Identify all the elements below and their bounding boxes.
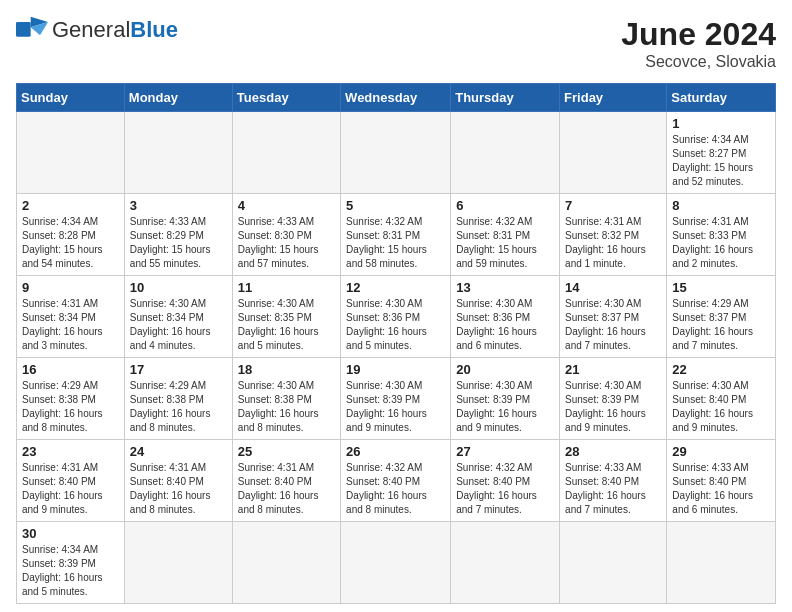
svg-rect-0 <box>16 22 31 37</box>
calendar-day-cell <box>451 112 560 194</box>
logo: GeneralBlue <box>16 16 178 44</box>
general-blue-icon <box>16 16 48 44</box>
calendar-day-cell: 20Sunrise: 4:30 AM Sunset: 8:39 PM Dayli… <box>451 358 560 440</box>
day-info: Sunrise: 4:30 AM Sunset: 8:35 PM Dayligh… <box>238 297 335 353</box>
day-number: 12 <box>346 280 445 295</box>
calendar-day-cell: 14Sunrise: 4:30 AM Sunset: 8:37 PM Dayli… <box>560 276 667 358</box>
calendar-day-cell <box>124 522 232 604</box>
day-number: 28 <box>565 444 661 459</box>
day-info: Sunrise: 4:31 AM Sunset: 8:40 PM Dayligh… <box>22 461 119 517</box>
calendar-day-cell: 19Sunrise: 4:30 AM Sunset: 8:39 PM Dayli… <box>341 358 451 440</box>
calendar-day-cell: 30Sunrise: 4:34 AM Sunset: 8:39 PM Dayli… <box>17 522 125 604</box>
calendar-day-cell <box>232 112 340 194</box>
day-of-week-header: Friday <box>560 84 667 112</box>
day-of-week-header: Sunday <box>17 84 125 112</box>
day-info: Sunrise: 4:29 AM Sunset: 8:38 PM Dayligh… <box>22 379 119 435</box>
calendar-day-cell <box>17 112 125 194</box>
calendar-day-cell <box>341 112 451 194</box>
day-info: Sunrise: 4:32 AM Sunset: 8:31 PM Dayligh… <box>456 215 554 271</box>
month-year-title: June 2024 <box>621 16 776 53</box>
calendar-day-cell <box>667 522 776 604</box>
day-of-week-header: Saturday <box>667 84 776 112</box>
calendar-day-cell: 15Sunrise: 4:29 AM Sunset: 8:37 PM Dayli… <box>667 276 776 358</box>
calendar-day-cell: 11Sunrise: 4:30 AM Sunset: 8:35 PM Dayli… <box>232 276 340 358</box>
day-info: Sunrise: 4:31 AM Sunset: 8:40 PM Dayligh… <box>130 461 227 517</box>
calendar-week-row: 16Sunrise: 4:29 AM Sunset: 8:38 PM Dayli… <box>17 358 776 440</box>
day-info: Sunrise: 4:32 AM Sunset: 8:40 PM Dayligh… <box>346 461 445 517</box>
calendar-day-cell <box>124 112 232 194</box>
calendar-day-cell: 8Sunrise: 4:31 AM Sunset: 8:33 PM Daylig… <box>667 194 776 276</box>
calendar-day-cell: 23Sunrise: 4:31 AM Sunset: 8:40 PM Dayli… <box>17 440 125 522</box>
day-info: Sunrise: 4:30 AM Sunset: 8:34 PM Dayligh… <box>130 297 227 353</box>
calendar-day-cell: 25Sunrise: 4:31 AM Sunset: 8:40 PM Dayli… <box>232 440 340 522</box>
day-number: 26 <box>346 444 445 459</box>
day-info: Sunrise: 4:30 AM Sunset: 8:39 PM Dayligh… <box>456 379 554 435</box>
day-number: 15 <box>672 280 770 295</box>
day-number: 11 <box>238 280 335 295</box>
day-info: Sunrise: 4:33 AM Sunset: 8:40 PM Dayligh… <box>565 461 661 517</box>
day-info: Sunrise: 4:33 AM Sunset: 8:40 PM Dayligh… <box>672 461 770 517</box>
day-number: 9 <box>22 280 119 295</box>
day-info: Sunrise: 4:30 AM Sunset: 8:36 PM Dayligh… <box>346 297 445 353</box>
day-number: 24 <box>130 444 227 459</box>
day-info: Sunrise: 4:30 AM Sunset: 8:38 PM Dayligh… <box>238 379 335 435</box>
calendar-day-cell <box>341 522 451 604</box>
day-number: 14 <box>565 280 661 295</box>
day-number: 23 <box>22 444 119 459</box>
day-number: 7 <box>565 198 661 213</box>
logo-general-text: GeneralBlue <box>52 17 178 42</box>
day-info: Sunrise: 4:32 AM Sunset: 8:40 PM Dayligh… <box>456 461 554 517</box>
day-info: Sunrise: 4:32 AM Sunset: 8:31 PM Dayligh… <box>346 215 445 271</box>
day-number: 2 <box>22 198 119 213</box>
calendar-table: SundayMondayTuesdayWednesdayThursdayFrid… <box>16 83 776 604</box>
day-info: Sunrise: 4:29 AM Sunset: 8:38 PM Dayligh… <box>130 379 227 435</box>
logo-text: GeneralBlue <box>52 17 178 43</box>
day-number: 10 <box>130 280 227 295</box>
calendar-week-row: 9Sunrise: 4:31 AM Sunset: 8:34 PM Daylig… <box>17 276 776 358</box>
day-info: Sunrise: 4:33 AM Sunset: 8:29 PM Dayligh… <box>130 215 227 271</box>
calendar-day-cell: 24Sunrise: 4:31 AM Sunset: 8:40 PM Dayli… <box>124 440 232 522</box>
calendar-day-cell: 28Sunrise: 4:33 AM Sunset: 8:40 PM Dayli… <box>560 440 667 522</box>
calendar-day-cell: 22Sunrise: 4:30 AM Sunset: 8:40 PM Dayli… <box>667 358 776 440</box>
day-number: 13 <box>456 280 554 295</box>
location-subtitle: Secovce, Slovakia <box>621 53 776 71</box>
calendar-day-cell: 7Sunrise: 4:31 AM Sunset: 8:32 PM Daylig… <box>560 194 667 276</box>
day-info: Sunrise: 4:30 AM Sunset: 8:36 PM Dayligh… <box>456 297 554 353</box>
day-number: 30 <box>22 526 119 541</box>
day-info: Sunrise: 4:33 AM Sunset: 8:30 PM Dayligh… <box>238 215 335 271</box>
day-info: Sunrise: 4:34 AM Sunset: 8:39 PM Dayligh… <box>22 543 119 599</box>
day-number: 25 <box>238 444 335 459</box>
calendar-week-row: 23Sunrise: 4:31 AM Sunset: 8:40 PM Dayli… <box>17 440 776 522</box>
day-number: 27 <box>456 444 554 459</box>
calendar-day-cell: 26Sunrise: 4:32 AM Sunset: 8:40 PM Dayli… <box>341 440 451 522</box>
calendar-day-cell <box>560 522 667 604</box>
calendar-day-cell: 29Sunrise: 4:33 AM Sunset: 8:40 PM Dayli… <box>667 440 776 522</box>
day-number: 18 <box>238 362 335 377</box>
day-of-week-header: Wednesday <box>341 84 451 112</box>
calendar-day-cell: 13Sunrise: 4:30 AM Sunset: 8:36 PM Dayli… <box>451 276 560 358</box>
calendar-day-cell: 16Sunrise: 4:29 AM Sunset: 8:38 PM Dayli… <box>17 358 125 440</box>
day-number: 29 <box>672 444 770 459</box>
day-info: Sunrise: 4:30 AM Sunset: 8:39 PM Dayligh… <box>346 379 445 435</box>
calendar-day-cell: 5Sunrise: 4:32 AM Sunset: 8:31 PM Daylig… <box>341 194 451 276</box>
day-info: Sunrise: 4:29 AM Sunset: 8:37 PM Dayligh… <box>672 297 770 353</box>
calendar-day-cell <box>451 522 560 604</box>
day-of-week-header: Thursday <box>451 84 560 112</box>
page-header: GeneralBlue June 2024 Secovce, Slovakia <box>16 16 776 71</box>
calendar-day-cell: 1Sunrise: 4:34 AM Sunset: 8:27 PM Daylig… <box>667 112 776 194</box>
day-info: Sunrise: 4:34 AM Sunset: 8:27 PM Dayligh… <box>672 133 770 189</box>
calendar-week-row: 1Sunrise: 4:34 AM Sunset: 8:27 PM Daylig… <box>17 112 776 194</box>
day-number: 5 <box>346 198 445 213</box>
day-number: 1 <box>672 116 770 131</box>
day-info: Sunrise: 4:31 AM Sunset: 8:34 PM Dayligh… <box>22 297 119 353</box>
day-info: Sunrise: 4:30 AM Sunset: 8:40 PM Dayligh… <box>672 379 770 435</box>
day-number: 17 <box>130 362 227 377</box>
calendar-day-cell: 12Sunrise: 4:30 AM Sunset: 8:36 PM Dayli… <box>341 276 451 358</box>
calendar-day-cell: 6Sunrise: 4:32 AM Sunset: 8:31 PM Daylig… <box>451 194 560 276</box>
day-info: Sunrise: 4:30 AM Sunset: 8:37 PM Dayligh… <box>565 297 661 353</box>
title-block: June 2024 Secovce, Slovakia <box>621 16 776 71</box>
logo-blue-text: Blue <box>130 17 178 42</box>
calendar-day-cell: 4Sunrise: 4:33 AM Sunset: 8:30 PM Daylig… <box>232 194 340 276</box>
day-number: 16 <box>22 362 119 377</box>
day-number: 6 <box>456 198 554 213</box>
